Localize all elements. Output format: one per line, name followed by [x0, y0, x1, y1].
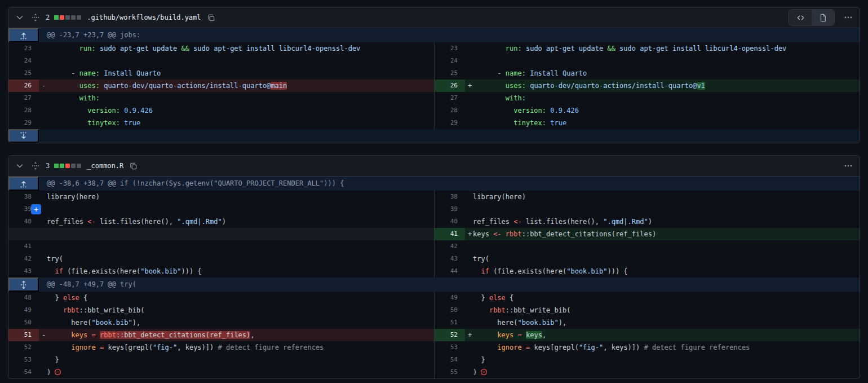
- code-token: sudo apt-get update: [526, 45, 608, 52]
- diff-row: 48 } else {49 } else {: [8, 292, 860, 304]
- expand-down-button[interactable]: [8, 129, 39, 143]
- code-token: "book.bib": [566, 267, 607, 275]
- line-number[interactable]: 38: [8, 191, 39, 203]
- line-number[interactable]: 26: [8, 80, 39, 92]
- line-number[interactable]: 41: [435, 228, 465, 240]
- line-number[interactable]: 51: [435, 316, 465, 329]
- file-diff-card: 2.github/workflows/build.yaml@@ -23,7 +2…: [8, 7, 860, 143]
- line-number[interactable]: 43: [8, 265, 39, 278]
- line-number[interactable]: 42: [435, 240, 465, 253]
- hunk-header-row: @@ -38,6 +38,7 @@ if (!nzchar(Sys.getenv…: [8, 177, 860, 191]
- line-number[interactable]: 24: [8, 55, 39, 67]
- file-options-button[interactable]: [843, 12, 854, 23]
- line-number[interactable]: 50: [8, 316, 39, 329]
- diff-marker: [39, 104, 47, 117]
- diffstat-square-del: [65, 164, 70, 168]
- line-number[interactable]: 41: [8, 240, 39, 253]
- code-token: [473, 94, 506, 102]
- code-line: version: 0.9.426: [39, 104, 434, 117]
- code-text: here("book.bib"),: [473, 316, 860, 329]
- line-number[interactable]: 50: [435, 304, 465, 316]
- copy-path-button[interactable]: [128, 161, 139, 171]
- diff-row: 4142: [8, 240, 860, 253]
- file-options-button[interactable]: [843, 160, 854, 171]
- line-number[interactable]: 28: [8, 104, 39, 117]
- line-number[interactable]: 38: [435, 191, 465, 203]
- code-token: ::bbt_write_bib(: [506, 306, 571, 314]
- line-number[interactable]: 23: [8, 42, 39, 55]
- diff-cell-left: 42try(: [8, 253, 434, 265]
- diff-marker: [39, 341, 47, 354]
- diff-marker: [465, 354, 473, 366]
- diff-cell-right: 53 ignore = keys[grepl("fig-", keys)]) #…: [434, 341, 860, 354]
- line-number[interactable]: 28: [435, 104, 465, 117]
- rich-view-button[interactable]: [812, 10, 834, 25]
- code-token: [473, 306, 489, 314]
- line-number[interactable]: 40: [8, 215, 39, 228]
- code-token: [47, 267, 55, 275]
- line-number[interactable]: 44: [435, 265, 465, 278]
- code-line: ignore = keys[grepl("fig-", keys)]) # de…: [465, 341, 860, 354]
- line-number[interactable]: 52: [435, 329, 465, 341]
- line-number[interactable]: 49: [8, 304, 39, 316]
- code-token: [473, 107, 513, 115]
- line-number[interactable]: 25: [435, 67, 465, 80]
- code-token: [502, 230, 506, 238]
- code-line: here("book.bib"),: [465, 316, 860, 329]
- line-number[interactable]: 39: [435, 203, 465, 215]
- drag-handle-icon[interactable]: [30, 12, 41, 23]
- line-number[interactable]: 23: [435, 42, 465, 55]
- code-token: version:: [87, 107, 120, 115]
- line-number[interactable]: 42: [8, 253, 39, 265]
- code-line: + keys = keys,: [465, 329, 860, 341]
- code-token: else: [63, 294, 79, 302]
- line-number[interactable]: 39+: [8, 203, 39, 215]
- code-token: ignore: [497, 344, 521, 351]
- code-token: 0.9.426: [124, 107, 153, 115]
- collapse-file-button[interactable]: [14, 160, 25, 171]
- line-number[interactable]: 48: [8, 292, 39, 304]
- line-number[interactable]: 40: [435, 215, 465, 228]
- code-text: with:: [473, 92, 860, 104]
- expand-hunk-button[interactable]: [8, 278, 39, 292]
- line-number[interactable]: 27: [435, 92, 465, 104]
- code-line: [39, 203, 434, 215]
- line-number[interactable]: 54: [435, 354, 465, 366]
- code-line: ): [465, 366, 860, 378]
- code-text: library(here): [473, 191, 860, 203]
- line-number[interactable]: 29: [8, 117, 39, 129]
- line-number[interactable]: 52: [8, 341, 39, 354]
- line-number[interactable]: 27: [8, 92, 39, 104]
- copy-path-button[interactable]: [206, 12, 216, 23]
- code-line: [39, 240, 434, 253]
- diff-marker: [465, 240, 473, 253]
- diff-row: 50 here("book.bib"),51 here("book.bib"),: [8, 316, 860, 329]
- line-number[interactable]: 54: [8, 366, 39, 378]
- code-text: if (file.exists(here("book.bib"))) {: [47, 265, 434, 278]
- source-view-button[interactable]: [789, 10, 812, 25]
- code-token: [47, 344, 71, 351]
- line-number[interactable]: 53: [435, 341, 465, 354]
- line-number[interactable]: 49: [435, 292, 465, 304]
- add-comment-button[interactable]: +: [31, 204, 41, 214]
- expand-hunk-button[interactable]: [8, 177, 39, 191]
- code-line: tinytex: true: [39, 117, 434, 129]
- drag-handle-icon[interactable]: [30, 160, 41, 171]
- expand-hunk-button[interactable]: [8, 28, 39, 42]
- line-number[interactable]: 55: [435, 366, 465, 378]
- diff-marker: [465, 104, 473, 117]
- line-number[interactable]: 26: [435, 80, 465, 92]
- diff-marker: [465, 92, 473, 104]
- line-number[interactable]: 53: [8, 354, 39, 366]
- collapse-file-button[interactable]: [14, 12, 25, 23]
- line-number[interactable]: 51: [8, 329, 39, 341]
- code-token: (file.exists(here(: [489, 267, 566, 275]
- line-number[interactable]: 29: [435, 117, 465, 129]
- line-number[interactable]: 25: [8, 67, 39, 80]
- code-text: library(here): [47, 191, 434, 203]
- code-token: keys[grepl(: [104, 344, 153, 351]
- code-token: if: [481, 267, 489, 275]
- code-text: keys <- rbbt::bbt_detect_citations(ref_f…: [473, 228, 860, 240]
- line-number[interactable]: 24: [435, 55, 465, 67]
- line-number[interactable]: 43: [435, 253, 465, 265]
